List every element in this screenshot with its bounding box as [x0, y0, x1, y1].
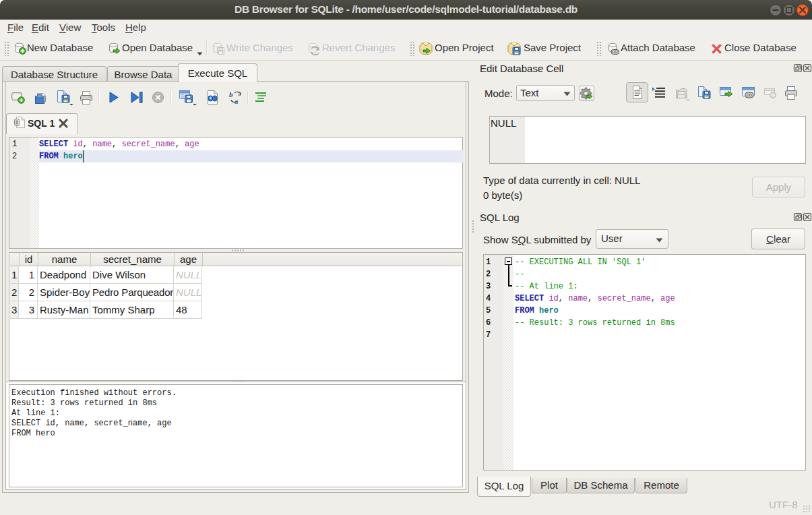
svg-text:b: b	[229, 90, 233, 98]
